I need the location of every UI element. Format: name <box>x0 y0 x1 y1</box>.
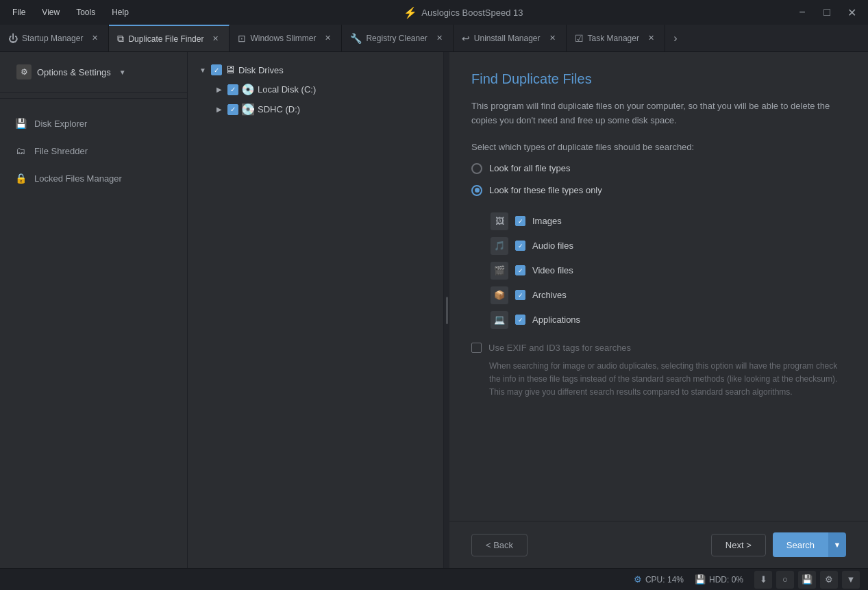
applications-file-icon: 💻 <box>491 311 508 329</box>
archives-checkbox[interactable]: ✓ <box>515 290 525 300</box>
radio-specific-types[interactable]: Look for these file types only <box>471 185 846 196</box>
sidebar-item-disk-explorer[interactable]: 💾 Disk Explorer <box>0 110 187 137</box>
sidebar-divider <box>0 98 187 99</box>
video-file-icon: 🎬 <box>491 262 508 280</box>
settings-icon: ⚙ <box>16 64 32 79</box>
exif-description: When searching for image or audio duplic… <box>489 360 846 400</box>
applications-checkbox[interactable]: ✓ <box>515 315 525 325</box>
disk-drives-checkbox[interactable]: ✓ <box>211 64 222 75</box>
images-checkbox[interactable]: ✓ <box>515 216 525 226</box>
right-section: Find Duplicate Files This program will f… <box>449 52 868 568</box>
startup-manager-icon: ⏻ <box>8 33 18 44</box>
splitter-handle <box>446 297 448 324</box>
local-disk-icon: 💿 <box>241 83 255 96</box>
expander-local-icon: ▶ <box>214 86 225 93</box>
task-manager-icon: ☑ <box>575 33 584 44</box>
tab-uninstall-manager[interactable]: ↩ Uninstall Manager ✕ <box>454 25 567 51</box>
tab-close-task[interactable]: ✕ <box>646 32 656 44</box>
expander-sdhc-icon: ▶ <box>214 106 225 113</box>
disk-explorer-icon: 💾 <box>14 116 27 130</box>
menu-file[interactable]: File <box>5 5 32 20</box>
tab-windows-slimmer[interactable]: ⊡ Windows Slimmer ✕ <box>230 25 342 51</box>
tab-task-manager[interactable]: ☑ Task Manager ✕ <box>567 25 665 51</box>
locked-files-icon: 🔒 <box>14 171 27 185</box>
hdd-status: 💾 HDD: 0% <box>695 574 743 585</box>
maximize-button[interactable]: □ <box>816 3 838 22</box>
action-bar: < Back Next > Search ▼ <box>449 521 868 568</box>
tab-duplicate-finder[interactable]: ⧉ Duplicate File Finder ✕ <box>109 25 230 51</box>
tab-registry-cleaner[interactable]: 🔧 Registry Cleaner ✕ <box>342 25 453 51</box>
tree-sdhc[interactable]: ▶ ✓ 💽 SDHC (D:) <box>210 99 438 119</box>
chevron-down-icon: ▼ <box>119 69 126 76</box>
archives-file-icon: 📦 <box>491 286 508 304</box>
status-bar: ⚙ CPU: 14% 💾 HDD: 0% ⬇ ○ 💾 ⚙ ▼ <box>0 568 868 590</box>
cpu-status: ⚙ CPU: 14% <box>634 574 684 585</box>
bottom-btn-settings[interactable]: ⚙ <box>820 571 838 589</box>
bottom-btn-expand[interactable]: ▼ <box>842 571 860 589</box>
search-button[interactable]: Search <box>773 532 828 557</box>
audio-checkbox[interactable]: ✓ <box>515 241 525 251</box>
sidebar: ⚙ Options & Settings ▼ 💾 Disk Explorer 🗂… <box>0 52 188 568</box>
content-title: Find Duplicate Files <box>471 71 846 87</box>
search-button-group: Search ▼ <box>773 532 846 557</box>
file-type-audio: 🎵 ✓ Audio files <box>491 237 846 255</box>
tab-close-uninstall[interactable]: ✕ <box>547 32 558 44</box>
file-shredder-icon: 🗂 <box>14 144 27 158</box>
back-button[interactable]: < Back <box>471 534 528 556</box>
options-settings-button[interactable]: ⚙ Options & Settings ▼ <box>11 60 176 84</box>
menu-bar: File View Tools Help <box>5 5 136 20</box>
uninstall-manager-icon: ↩ <box>462 33 470 44</box>
radio-specific-types-indicator <box>471 185 482 196</box>
sdhc-checkbox[interactable]: ✓ <box>227 104 238 115</box>
next-button[interactable]: Next > <box>711 534 766 556</box>
radio-all-types[interactable]: Look for all file types <box>471 163 846 174</box>
tab-close-startup[interactable]: ✕ <box>90 32 100 44</box>
file-type-applications: 💻 ✓ Applications <box>491 311 846 329</box>
close-button[interactable]: ✕ <box>841 3 863 22</box>
radio-all-types-indicator <box>471 163 482 174</box>
tab-close-duplicate[interactable]: ✕ <box>210 33 221 45</box>
section-label: Select which types of duplicate files sh… <box>471 142 846 152</box>
exif-checkbox[interactable] <box>471 343 482 353</box>
file-type-archives: 📦 ✓ Archives <box>491 286 846 304</box>
video-checkbox[interactable]: ✓ <box>515 265 525 275</box>
local-disk-checkbox[interactable]: ✓ <box>227 84 238 95</box>
file-type-video: 🎬 ✓ Video files <box>491 262 846 280</box>
duplicate-finder-icon: ⧉ <box>117 33 124 45</box>
tree-children: ▶ ✓ 💿 Local Disk (C:) ▶ ✓ 💽 SDHC (D:) <box>193 79 438 119</box>
search-dropdown-button[interactable]: ▼ <box>828 532 846 557</box>
sidebar-item-file-shredder[interactable]: 🗂 File Shredder <box>0 137 187 164</box>
minimize-button[interactable]: − <box>791 3 813 22</box>
window-controls: − □ ✕ <box>791 3 863 22</box>
registry-cleaner-icon: 🔧 <box>350 33 362 44</box>
tree-local-disk[interactable]: ▶ ✓ 💿 Local Disk (C:) <box>210 79 438 99</box>
menu-help[interactable]: Help <box>105 5 136 20</box>
sidebar-item-locked-files[interactable]: 🔒 Locked Files Manager <box>0 164 187 192</box>
bottom-btn-2[interactable]: ○ <box>776 571 794 589</box>
app-icon: ⚡ <box>404 6 417 19</box>
cpu-icon: ⚙ <box>634 574 642 585</box>
title-bar: File View Tools Help ⚡ Auslogics BoostSp… <box>0 0 868 25</box>
panel-splitter[interactable] <box>444 52 449 568</box>
tab-close-registry[interactable]: ✕ <box>434 32 445 44</box>
windows-slimmer-icon: ⊡ <box>238 33 246 44</box>
file-type-images: 🖼 ✓ Images <box>491 212 846 230</box>
content-description-1: This program will find duplicate files o… <box>471 99 846 128</box>
menu-tools[interactable]: Tools <box>69 5 102 20</box>
app-title: ⚡ Auslogics BoostSpeed 13 <box>136 6 791 19</box>
menu-view[interactable]: View <box>35 5 66 20</box>
content-panel: Find Duplicate Files This program will f… <box>449 52 868 521</box>
panel-wrapper: ▼ ✓ 🖥 Disk Drives ▶ ✓ 💿 Local Disk (C:) <box>188 52 868 568</box>
tab-close-slimmer[interactable]: ✕ <box>323 32 333 44</box>
disk-drives-icon: 🖥 <box>225 64 236 76</box>
main-area: ⚙ Options & Settings ▼ 💾 Disk Explorer 🗂… <box>0 52 868 568</box>
tab-more-button[interactable]: › <box>665 25 686 51</box>
exif-section: Use EXIF and ID3 tags for searches When … <box>471 343 846 400</box>
tab-bar: ⏻ Startup Manager ✕ ⧉ Duplicate File Fin… <box>0 25 868 52</box>
bottom-btn-1[interactable]: ⬇ <box>754 571 772 589</box>
tab-startup-manager[interactable]: ⏻ Startup Manager ✕ <box>0 25 109 51</box>
bottom-btn-3[interactable]: 💾 <box>798 571 816 589</box>
images-file-icon: 🖼 <box>491 212 508 230</box>
tree-root-disk-drives[interactable]: ▼ ✓ 🖥 Disk Drives <box>193 60 438 79</box>
sidebar-nav: 💾 Disk Explorer 🗂 File Shredder 🔒 Locked… <box>0 104 187 197</box>
